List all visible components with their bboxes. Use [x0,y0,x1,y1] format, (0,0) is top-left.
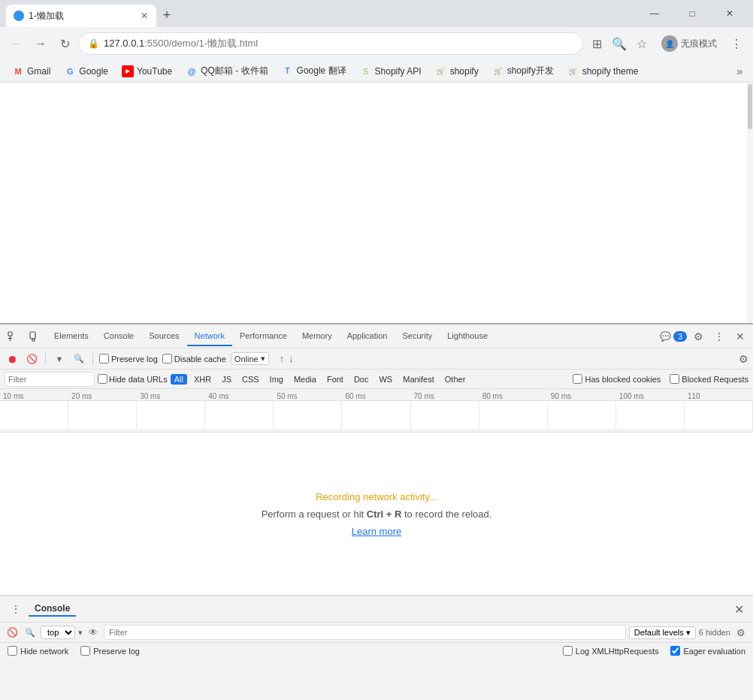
hide-network-option[interactable]: Hide network [8,646,68,656]
forward-button[interactable]: → [30,33,51,54]
console-drawer-close-button[interactable]: ✕ [730,601,747,617]
bookmark-button[interactable]: ☆ [631,33,652,54]
tab-close-button[interactable]: ✕ [138,10,150,22]
eager-eval-option[interactable]: Eager evaluation [670,646,745,656]
device-toolbar-button[interactable] [24,327,44,346]
maximize-button[interactable]: □ [675,0,709,27]
preserve-log-console-checkbox[interactable] [80,646,90,656]
devtools-tab-actions: 💬 3 ⚙ ⋮ ✕ [660,327,750,346]
tab-lighthouse[interactable]: Lighthouse [440,327,495,346]
hide-data-urls-checkbox[interactable]: Hide data URLs [98,374,168,384]
bookmark-shopify[interactable]: 🛒 shopify [429,63,485,80]
throttle-select[interactable]: Online ▾ [231,352,269,365]
tab-network[interactable]: Network [187,327,232,346]
minimize-button[interactable]: — [637,0,672,27]
devtools-panel: Elements Console Sources Network Perform… [0,323,753,595]
profile-button[interactable]: 👤 无痕模式 [655,34,723,53]
devtools-settings-button[interactable]: ⚙ [688,327,708,346]
filter-type-css[interactable]: CSS [238,374,263,385]
learn-more-link[interactable]: Learn more [352,526,401,537]
tab-performance[interactable]: Performance [232,327,295,346]
tab-console[interactable]: Console [96,327,141,346]
filter-type-doc[interactable]: Doc [350,374,373,385]
console-eye-button[interactable]: 👁 [86,625,101,640]
hide-network-checkbox[interactable] [8,646,17,656]
console-clear-button[interactable]: 🚫 [5,625,20,640]
filter-blocked-cookies[interactable]: Has blocked cookies [573,374,661,384]
tab-application[interactable]: Application [340,327,395,346]
console-context-select[interactable]: top [41,626,75,639]
preserve-log-option[interactable]: Preserve log [80,646,140,656]
new-tab-button[interactable]: + [156,5,177,26]
filter-type-all[interactable]: All [171,374,187,385]
filter-type-xhr[interactable]: XHR [190,374,215,385]
filter-type-ws[interactable]: WS [375,374,396,385]
context-dropdown-icon: ▾ [78,628,83,638]
more-button[interactable]: ⋮ [726,33,747,54]
devtools-close-button[interactable]: ✕ [730,327,750,346]
svg-rect-0 [8,332,12,336]
devtools-more-button[interactable]: ⋮ [709,327,729,346]
console-filter-button[interactable]: 🔍 [23,625,38,640]
bookmark-gmail[interactable]: M Gmail [6,63,56,80]
search-button[interactable]: 🔍 [71,352,86,367]
window-close-button[interactable]: ✕ [712,0,747,27]
bookmark-shopify-dev[interactable]: 🛒 shopify开发 [486,62,560,80]
log-xmlhttp-checkbox[interactable] [563,646,573,656]
log-xmlhttp-option[interactable]: Log XMLHttpRequests [563,646,659,656]
security-icon: 🔒 [88,38,99,49]
timeline-label-70ms: 70 ms [411,392,479,400]
filter-type-other[interactable]: Other [441,374,470,385]
filter-type-img[interactable]: Img [266,374,287,385]
filter-type-manifest[interactable]: Manifest [399,374,438,385]
disable-cache-checkbox[interactable]: Disable cache [162,354,226,364]
export-har-button[interactable]: ↓ [289,353,294,364]
inspect-element-button[interactable] [3,327,23,346]
tab-sources[interactable]: Sources [141,327,186,346]
console-options: Hide network Preserve log Log XMLHttpReq… [0,643,753,659]
translate-button[interactable]: ⊞ [586,33,607,54]
tab-favicon: 🌐 [14,11,24,21]
bookmark-shopify-api[interactable]: S Shopify API [354,63,428,80]
filter-input[interactable] [5,372,95,387]
filter-type-media[interactable]: Media [290,374,320,385]
bookmark-qq-email[interactable]: @ QQ邮箱 - 收件箱 [180,62,274,80]
record-button[interactable]: ⏺ [5,352,20,367]
drawer-menu-button[interactable]: ⋮ [6,599,26,619]
timeline-cell-11 [685,401,753,429]
filter-blocked-requests[interactable]: Blocked Requests [670,374,748,384]
console-levels-select[interactable]: Default levels ▾ [629,626,696,639]
console-settings-button[interactable]: ⚙ [733,625,748,640]
import-har-button[interactable]: ↑ [280,353,285,364]
bookmark-label: shopify theme [582,66,639,77]
bookmark-google-translate[interactable]: T Google 翻译 [276,62,352,80]
clear-button[interactable]: 🚫 [24,352,39,367]
url-bar[interactable]: 🔒 127.0.0.1:5500/demo/1-懒加载.html [78,32,583,55]
disable-cache-input[interactable] [162,354,172,364]
preserve-log-checkbox[interactable]: Preserve log [99,354,158,364]
svg-rect-4 [32,339,35,341]
preserve-log-input[interactable] [99,354,109,364]
tab-elements[interactable]: Elements [47,327,96,346]
console-filter-input[interactable] [104,625,626,640]
filter-type-font[interactable]: Font [323,374,347,385]
timeline-labels: 10 ms 20 ms 30 ms 40 ms 50 ms 60 ms 70 m… [0,389,753,400]
console-drawer-title[interactable]: Console [29,602,76,617]
zoom-button[interactable]: 🔍 [609,33,630,54]
back-button[interactable]: ← [6,33,27,54]
filter-type-js[interactable]: JS [218,374,235,385]
tab-memory[interactable]: Memory [295,327,340,346]
bookmark-label: Google [79,66,108,77]
network-settings-button[interactable]: ⚙ [739,353,748,365]
bookmark-youtube[interactable]: ▶ YouTube [116,63,178,80]
filter-toggle-button[interactable]: ▼ [52,352,67,367]
active-tab[interactable]: 🌐 1-懒加载 ✕ [6,5,156,27]
tab-security[interactable]: Security [395,327,440,346]
reload-button[interactable]: ↻ [54,33,75,54]
bookmarks-more-button[interactable]: » [732,63,747,80]
page-scrollbar[interactable] [747,83,753,323]
eager-eval-checkbox[interactable] [670,646,680,656]
bookmark-shopify-theme[interactable]: 🛒 shopify theme [561,63,645,80]
devtools-tab-list: Elements Console Sources Network Perform… [47,327,660,346]
bookmark-google[interactable]: G Google [58,63,114,80]
